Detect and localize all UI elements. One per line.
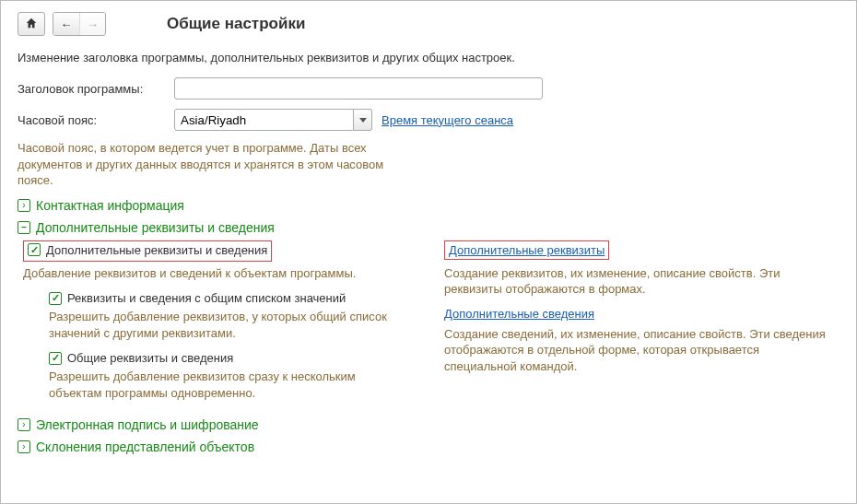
back-button[interactable]: ← bbox=[53, 13, 79, 35]
extra-main-checkbox-row[interactable]: ✓ Дополнительные реквизиты и сведения bbox=[28, 243, 267, 257]
section-extra-body: ✓ Дополнительные реквизиты и сведения До… bbox=[23, 240, 839, 411]
extra-left-col: ✓ Дополнительные реквизиты и сведения До… bbox=[23, 240, 418, 411]
arrow-right-icon: → bbox=[87, 18, 99, 31]
collapse-icon: – bbox=[18, 221, 30, 234]
section-extra: – Дополнительные реквизиты и сведения ✓ … bbox=[18, 220, 839, 411]
timezone-input[interactable] bbox=[174, 109, 354, 131]
section-contact-header[interactable]: › Контактная информация bbox=[18, 198, 839, 213]
forward-button: → bbox=[79, 13, 105, 35]
checkbox-icon: ✓ bbox=[49, 292, 62, 305]
section-signature-header[interactable]: › Электронная подпись и шифрование bbox=[18, 417, 839, 432]
session-time-link[interactable]: Время текущего сеанса bbox=[382, 113, 513, 127]
section-declensions-title: Склонения представлений объектов bbox=[36, 440, 254, 454]
extra-info-link[interactable]: Дополнительные сведения bbox=[444, 307, 594, 321]
expand-icon: › bbox=[18, 199, 30, 212]
section-extra-header[interactable]: – Дополнительные реквизиты и сведения bbox=[18, 220, 839, 235]
checkbox-icon: ✓ bbox=[28, 243, 41, 256]
timezone-label: Часовой пояс: bbox=[18, 113, 174, 127]
extra-main-checkbox-highlight: ✓ Дополнительные реквизиты и сведения bbox=[23, 240, 272, 262]
section-signature: › Электронная подпись и шифрование bbox=[18, 417, 839, 432]
extra-link2-block: Дополнительные сведения Создание сведени… bbox=[444, 307, 839, 375]
extra-link1-hint: Создание реквизитов, их изменение, описа… bbox=[444, 265, 831, 298]
home-icon bbox=[25, 17, 38, 32]
extra-sub1-checkbox-label: Реквизиты и сведения с общим списком зна… bbox=[67, 291, 346, 305]
timezone-row: Часовой пояс: Время текущего сеанса bbox=[18, 109, 839, 131]
toolbar: ← → Общие настройки bbox=[18, 12, 839, 36]
arrow-left-icon: ← bbox=[61, 18, 73, 31]
extra-sub1-checkbox-row[interactable]: ✓ Реквизиты и сведения с общим списком з… bbox=[49, 291, 346, 305]
extra-sub2-checkbox-row[interactable]: ✓ Общие реквизиты и сведения bbox=[49, 351, 233, 365]
extra-sub2-hint: Разрешить добавление реквизитов сразу к … bbox=[49, 369, 399, 401]
nav-group: ← → bbox=[53, 12, 106, 36]
extra-sub1: ✓ Реквизиты и сведения с общим списком з… bbox=[49, 290, 418, 341]
extra-sub2-checkbox-label: Общие реквизиты и сведения bbox=[67, 351, 233, 365]
page-subtitle: Изменение заголовка программы, дополните… bbox=[18, 51, 839, 64]
expand-icon: › bbox=[18, 418, 30, 431]
extra-link1-block: Дополнительные реквизиты Создание реквиз… bbox=[444, 240, 839, 298]
section-signature-title: Электронная подпись и шифрование bbox=[36, 417, 259, 432]
checkbox-icon: ✓ bbox=[49, 352, 62, 365]
program-title-input[interactable] bbox=[174, 77, 543, 100]
expand-icon: › bbox=[18, 440, 30, 453]
section-extra-title: Дополнительные реквизиты и сведения bbox=[36, 220, 275, 235]
home-button[interactable] bbox=[18, 12, 45, 36]
page-title: Общие настройки bbox=[167, 15, 305, 33]
extra-right-col: Дополнительные реквизиты Создание реквиз… bbox=[444, 240, 839, 411]
section-declensions: › Склонения представлений объектов bbox=[18, 440, 839, 454]
section-contact: › Контактная информация bbox=[18, 198, 839, 213]
timezone-select[interactable] bbox=[174, 109, 372, 131]
timezone-hint: Часовой пояс, в котором ведется учет в п… bbox=[18, 140, 405, 189]
extra-main-hint: Добавление реквизитов и сведений к объек… bbox=[23, 265, 410, 282]
section-declensions-header[interactable]: › Склонения представлений объектов bbox=[18, 440, 839, 454]
chevron-down-icon bbox=[359, 118, 367, 123]
section-contact-title: Контактная информация bbox=[36, 198, 184, 213]
extra-link2-hint: Создание сведений, их изменение, описани… bbox=[444, 326, 831, 375]
extra-sub2: ✓ Общие реквизиты и сведения Разрешить д… bbox=[49, 350, 418, 401]
timezone-dropdown-button[interactable] bbox=[354, 109, 372, 131]
extra-sub1-hint: Разрешить добавление реквизитов, у котор… bbox=[49, 309, 399, 341]
program-title-label: Заголовок программы: bbox=[18, 82, 174, 96]
extra-link1-highlight: Дополнительные реквизиты bbox=[444, 240, 609, 260]
program-title-row: Заголовок программы: bbox=[18, 77, 839, 100]
extra-main-checkbox-label: Дополнительные реквизиты и сведения bbox=[46, 243, 267, 257]
extra-requisites-link[interactable]: Дополнительные реквизиты bbox=[449, 243, 605, 257]
